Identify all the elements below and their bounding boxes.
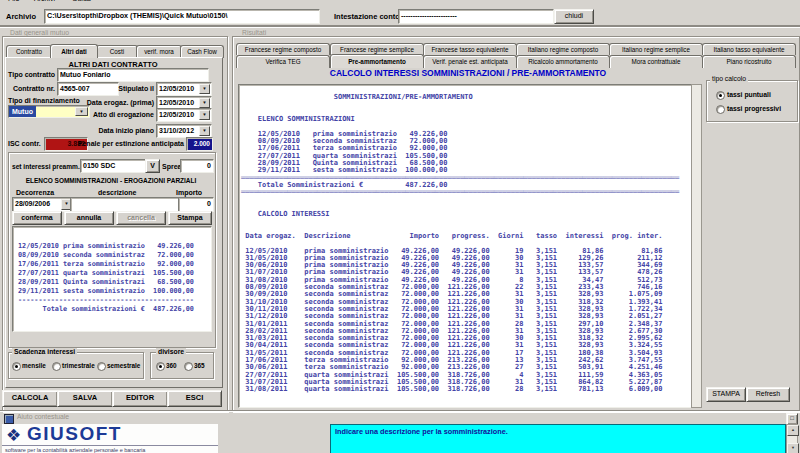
atto-erogazione-label: Atto di erogazione bbox=[84, 110, 154, 119]
atto-dropdown-icon[interactable]: ▼ bbox=[199, 110, 210, 120]
tab-francese-composto[interactable]: Francese regime composto bbox=[236, 43, 330, 55]
stampa-elenco-button[interactable]: Stampa bbox=[168, 211, 212, 225]
radio-tassi-puntuali[interactable] bbox=[716, 91, 725, 100]
intestazione-label: Intestazione conto bbox=[334, 12, 400, 21]
tab-italiano-tasso-eq[interactable]: Italiano tasso equivalente bbox=[702, 43, 796, 55]
tipo-finanziamento-selected: Mutuo bbox=[9, 106, 36, 117]
tipo-finanziamento-label: Tipo di finanziamento bbox=[8, 96, 80, 105]
help-panel-icon bbox=[4, 414, 14, 424]
elenco-title: ELENCO SOMMINISTRAZIONI - EROGAZIONI PAR… bbox=[8, 176, 214, 185]
giusoft-logo-area: ❖ GIUSOFT software per la contabilità az… bbox=[2, 424, 218, 453]
menu-file[interactable]: File bbox=[8, 0, 19, 2]
radio-365[interactable] bbox=[184, 362, 193, 371]
report-text: SOMMINISTRAZIONI/PRE-AMMORTAMENTO ELENCO… bbox=[239, 85, 691, 393]
sprea-input[interactable]: 0 bbox=[180, 159, 214, 173]
radio-semestrale[interactable] bbox=[97, 362, 106, 371]
contratto-nr-label: Contratto nr. bbox=[8, 84, 55, 93]
giusoft-logo-text: GIUSOFT bbox=[27, 424, 122, 445]
decorrenza-date-combo[interactable]: 28/09/2006 ▼ bbox=[12, 197, 74, 212]
report-vscrollbar[interactable] bbox=[691, 84, 702, 408]
tab-mora-contrattuale[interactable]: Mora contrattuale bbox=[609, 55, 703, 68]
radio-360-label[interactable]: 360 bbox=[166, 362, 177, 369]
menu-archivi[interactable]: Archivi bbox=[34, 0, 55, 2]
logo-divider bbox=[2, 445, 218, 446]
help-panel-title: Aiuto contestuale bbox=[15, 413, 71, 420]
archivio-label: Archivio bbox=[6, 12, 36, 21]
radio-360[interactable] bbox=[156, 362, 165, 371]
tab-ricalcolo[interactable]: Ricalcolo ammortamento bbox=[516, 55, 610, 68]
tab-piano-ricostruito[interactable]: Piano ricostruito bbox=[702, 55, 796, 68]
importo-input[interactable]: 0 bbox=[178, 197, 214, 212]
preamm-combo[interactable]: 0150 SDC bbox=[80, 159, 149, 173]
scadenza-title: Scadenza interessi bbox=[12, 348, 77, 355]
toolbar-separator bbox=[0, 26, 800, 28]
giusoft-tagline: software per la contabilità aziendale pe… bbox=[5, 447, 145, 453]
editor-button[interactable]: EDITOR bbox=[112, 390, 168, 407]
sprea-label: Sprea bbox=[162, 162, 181, 171]
tab-verif-penale[interactable]: Verif. penale est. anticipata bbox=[423, 55, 517, 68]
tipo-contratto-label: Tipo contratto bbox=[8, 70, 55, 79]
radio-trimestrale[interactable] bbox=[52, 362, 61, 371]
radio-semestrale-label[interactable]: semestrale bbox=[107, 362, 140, 369]
descrizione-input[interactable] bbox=[70, 197, 182, 212]
isc-label: ISC contr. bbox=[8, 139, 41, 148]
radio-mensile-label[interactable]: mensile bbox=[22, 362, 46, 369]
tab-francese-tasso-eq[interactable]: Francese tasso equivalente bbox=[423, 43, 517, 55]
divisore-title: divisore bbox=[156, 348, 186, 355]
preamm-v-button[interactable]: V bbox=[145, 159, 160, 173]
scroll-down-icon[interactable]: ▼ bbox=[787, 443, 799, 453]
radio-mensile[interactable] bbox=[12, 362, 21, 371]
conferma-button[interactable]: conferma bbox=[12, 211, 62, 225]
help-message-box: Indicare una descrizione per la somminis… bbox=[330, 424, 786, 453]
tipo-finanziamento-combo[interactable]: Mutuo ▼ bbox=[8, 105, 90, 118]
tab-altri-dati[interactable]: Altri dati bbox=[50, 44, 98, 58]
radio-trimestrale-label[interactable]: trimestrale bbox=[62, 362, 95, 369]
inizio-piano-date-combo[interactable]: 31/10/2012 ▼ bbox=[156, 124, 212, 138]
report-area[interactable]: SOMMINISTRAZIONI/PRE-AMMORTAMENTO ELENCO… bbox=[238, 84, 692, 408]
data-erogaz-label: Data erogaz. (prima) bbox=[84, 98, 154, 107]
erogaz-dropdown-icon[interactable]: ▼ bbox=[199, 98, 210, 108]
col-descrizione: descrizione bbox=[98, 188, 137, 197]
tab-pre-ammortamento[interactable]: Pre-ammortamento bbox=[330, 54, 424, 68]
archivio-path-input[interactable]: C:\Users\topth\Dropbox (THEMIS)\Quick Mu… bbox=[44, 9, 320, 24]
scroll-up-icon[interactable]: ▲ bbox=[787, 425, 799, 436]
toolbar: Archivio C:\Users\topth\Dropbox (THEMIS)… bbox=[0, 4, 800, 26]
salva-button[interactable]: SALVA bbox=[57, 390, 113, 407]
menu-guida[interactable]: Guida bbox=[72, 0, 91, 2]
tipo-calcolo-title: tipo calcolo bbox=[710, 75, 748, 82]
cancella-button[interactable]: cancella bbox=[116, 211, 166, 225]
radio-tassi-puntuali-label[interactable]: tassi puntuali bbox=[727, 91, 771, 98]
radio-365-label[interactable]: 365 bbox=[194, 362, 205, 369]
data-inizio-piano-label: Data inizio piano bbox=[84, 126, 154, 135]
stampa-report-button[interactable]: STAMPA bbox=[706, 387, 746, 402]
stipulato-label: Stipulato il bbox=[112, 84, 154, 93]
help-message-text: Indicare una descrizione per la somminis… bbox=[335, 427, 508, 436]
tipo-contratto-input[interactable]: Mutuo Foniario bbox=[57, 68, 209, 82]
esci-button[interactable]: ESCI bbox=[167, 390, 222, 407]
radio-tassi-progressivi-label[interactable]: tassi progressivi bbox=[727, 105, 781, 112]
somministrazioni-list-text: 12/05/2010 prima somministrazio 49.226,0… bbox=[13, 227, 211, 314]
inizio-dropdown-icon[interactable]: ▼ bbox=[199, 126, 210, 136]
radio-tassi-progressivi[interactable] bbox=[716, 105, 725, 114]
help-scrollbar[interactable]: ▲ ▼ bbox=[786, 424, 798, 453]
preamm-label: set interessi preamm. bbox=[12, 162, 80, 171]
stipulato-dropdown-icon[interactable]: ▼ bbox=[199, 84, 210, 94]
penale-label: Penale per estinzione anticipata bbox=[70, 139, 184, 148]
somministrazioni-listbox[interactable]: 12/05/2010 prima somministrazio 49.226,0… bbox=[12, 226, 212, 332]
col-decorrenza: Decorrenza bbox=[16, 188, 54, 197]
atto-date-combo[interactable]: 12/05/2010 ▼ bbox=[156, 108, 212, 122]
report-title: CALCOLO INTERESSI SOMMINISTRAZIONI / PRE… bbox=[238, 69, 698, 78]
annulla-button[interactable]: annulla bbox=[64, 211, 114, 225]
calcola-button[interactable]: CALCOLA bbox=[2, 390, 58, 407]
intestazione-input[interactable]: ------------------------ bbox=[398, 9, 554, 24]
tab-italiano-composto[interactable]: Italiano regime composto bbox=[516, 43, 610, 55]
col-importo: Importo bbox=[176, 188, 202, 197]
chiudi-button[interactable]: chiudi bbox=[554, 9, 594, 24]
refresh-button[interactable]: Refresh bbox=[746, 387, 790, 402]
tab-verifica-teg[interactable]: Verifica TEG bbox=[236, 55, 330, 68]
contratto-nr-input[interactable]: 4565-007 bbox=[57, 82, 119, 96]
stipulato-date-combo[interactable]: 12/05/2010 ▼ bbox=[156, 82, 212, 96]
tab-italiano-semplice[interactable]: Italiano regime semplice bbox=[609, 43, 703, 55]
help-panel-titlebar: Aiuto contestuale □ bbox=[0, 412, 800, 423]
left-group-title: Dati generali mutuo bbox=[8, 29, 71, 36]
